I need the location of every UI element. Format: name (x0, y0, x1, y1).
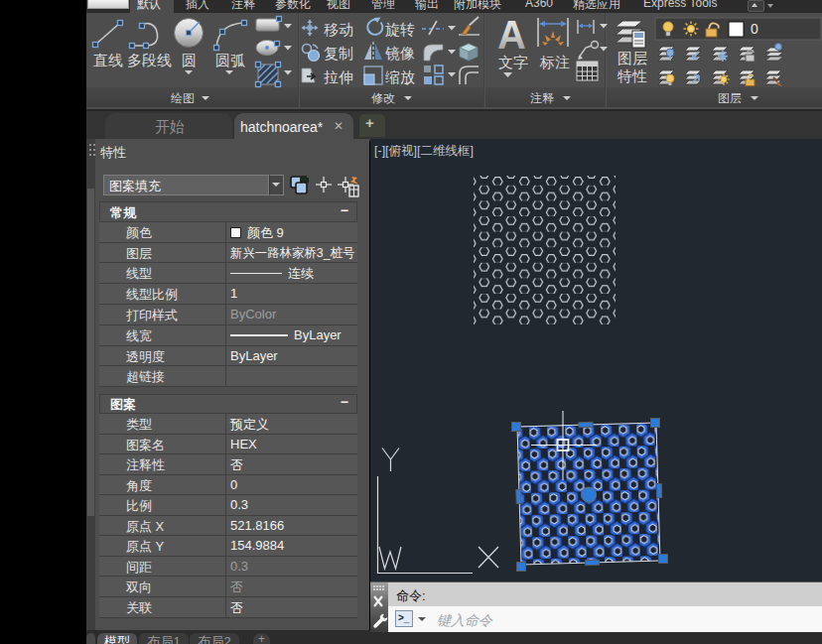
svg-text:0: 0 (751, 21, 758, 37)
svg-text:[-][俯视][二维线框]: [-][俯视][二维线框] (374, 144, 474, 158)
svg-text:A: A (497, 13, 526, 57)
